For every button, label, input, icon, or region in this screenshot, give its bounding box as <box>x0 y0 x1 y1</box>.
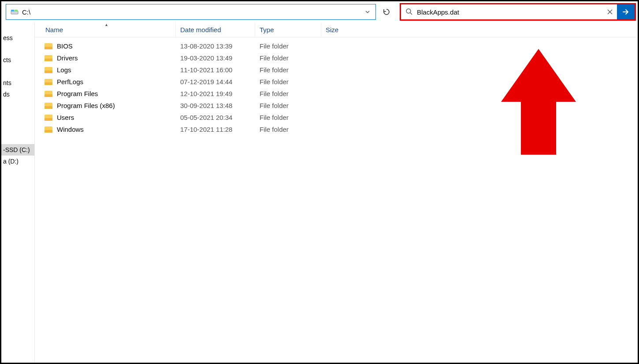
file-name-label: Windows <box>57 126 84 133</box>
svg-rect-2 <box>15 10 18 11</box>
search-inner <box>401 4 617 19</box>
folder-icon <box>45 79 52 85</box>
file-list-pane: Name ▴ Date modified Type Size BIOS13-08… <box>35 22 638 363</box>
sort-ascending-icon: ▴ <box>105 22 108 27</box>
table-row[interactable]: Logs11-10-2021 16:00File folder <box>35 64 638 76</box>
nav-item[interactable] <box>1 66 34 77</box>
column-header-name-label: Name <box>45 26 63 33</box>
cell-type: File folder <box>255 54 321 62</box>
column-header-size-label: Size <box>326 26 338 33</box>
table-row[interactable]: BIOS13-08-2020 13:39File folder <box>35 40 638 52</box>
cell-date-modified: 19-03-2020 13:49 <box>176 54 255 62</box>
address-dropdown[interactable] <box>362 9 373 15</box>
cell-name: Windows <box>35 126 176 133</box>
cell-type: File folder <box>255 114 321 121</box>
nav-item[interactable]: nts <box>1 77 34 89</box>
cell-name: BIOS <box>35 42 176 50</box>
svg-line-4 <box>410 13 412 15</box>
cell-name: PerfLogs <box>35 78 176 85</box>
column-header-dm-label: Date modified <box>180 26 221 33</box>
nav-item[interactable]: cts <box>1 54 34 66</box>
cell-date-modified: 13-08-2020 13:39 <box>176 42 255 50</box>
folder-icon <box>45 126 52 133</box>
cell-date-modified: 05-05-2021 20:34 <box>176 114 255 121</box>
nav-item[interactable]: -SSD (C:) <box>1 144 34 156</box>
address-input[interactable] <box>19 8 362 16</box>
folder-icon <box>45 67 52 73</box>
cell-name: Logs <box>35 66 176 74</box>
file-name-label: Users <box>57 114 74 121</box>
nav-item[interactable]: ds <box>1 89 34 100</box>
cell-name: Program Files (x86) <box>35 102 176 109</box>
cell-date-modified: 17-10-2021 11:28 <box>176 126 255 133</box>
cell-type: File folder <box>255 102 321 109</box>
cell-date-modified: 07-12-2019 14:44 <box>176 78 255 85</box>
search-go-button[interactable] <box>617 4 635 19</box>
cell-name: Users <box>35 114 176 121</box>
folder-icon <box>45 115 52 121</box>
search-icon <box>405 8 412 16</box>
search-bar <box>400 3 636 21</box>
cell-name: Program Files <box>35 90 176 97</box>
file-name-label: PerfLogs <box>57 78 83 85</box>
cell-date-modified: 30-09-2021 13:48 <box>176 102 255 109</box>
cell-type: File folder <box>255 90 321 97</box>
column-headers: Name ▴ Date modified Type Size <box>35 22 638 37</box>
file-name-label: BIOS <box>57 42 73 50</box>
cell-name: Drivers <box>35 54 176 62</box>
file-name-label: Drivers <box>57 54 78 62</box>
file-name-label: Program Files <box>57 90 98 97</box>
column-header-name[interactable]: Name ▴ <box>35 22 176 37</box>
toolbar <box>1 1 638 22</box>
nav-pane: ess ctsntsds -SSD (C:)a (D:) <box>1 22 35 363</box>
table-row[interactable]: Program Files12-10-2021 19:49File folder <box>35 88 638 100</box>
svg-point-3 <box>406 9 411 13</box>
cell-date-modified: 11-10-2021 16:00 <box>176 66 255 74</box>
nav-item[interactable]: a (D:) <box>1 156 34 167</box>
cell-type: File folder <box>255 126 321 133</box>
address-bar[interactable] <box>6 4 376 20</box>
folder-icon <box>45 43 52 49</box>
folder-icon <box>45 103 52 109</box>
table-row[interactable]: Program Files (x86)30-09-2021 13:48File … <box>35 100 638 111</box>
search-input[interactable] <box>417 8 601 16</box>
column-header-type-label: Type <box>260 26 274 33</box>
folder-icon <box>45 55 52 61</box>
table-row[interactable]: PerfLogs07-12-2019 14:44File folder <box>35 76 638 88</box>
svg-rect-0 <box>11 11 18 14</box>
column-header-type[interactable]: Type <box>255 22 321 37</box>
drive-icon <box>10 8 19 15</box>
folder-icon <box>45 91 52 97</box>
table-row[interactable]: Windows17-10-2021 11:28File folder <box>35 123 638 135</box>
cell-date-modified: 12-10-2021 19:49 <box>176 90 255 97</box>
svg-rect-1 <box>11 10 14 11</box>
clear-search-button[interactable] <box>606 9 614 15</box>
cell-type: File folder <box>255 42 321 50</box>
cell-type: File folder <box>255 66 321 74</box>
table-row[interactable]: Users05-05-2021 20:34File folder <box>35 111 638 123</box>
refresh-button[interactable] <box>379 4 394 20</box>
column-header-size[interactable]: Size <box>321 22 365 37</box>
table-row[interactable]: Drivers19-03-2020 13:49File folder <box>35 52 638 64</box>
cell-type: File folder <box>255 78 321 85</box>
column-header-date-modified[interactable]: Date modified <box>176 22 255 37</box>
nav-item[interactable]: ess <box>1 32 34 44</box>
file-name-label: Program Files (x86) <box>57 102 115 109</box>
file-name-label: Logs <box>57 66 71 74</box>
